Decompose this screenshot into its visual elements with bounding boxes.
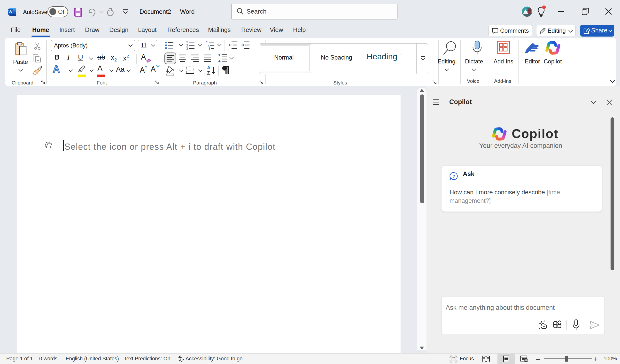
svg-text:Z: Z xyxy=(207,70,210,76)
svg-text:A: A xyxy=(207,65,210,70)
svg-text:W: W xyxy=(8,10,13,14)
svg-text:?: ? xyxy=(452,174,455,179)
svg-text:i: i xyxy=(209,47,210,50)
svg-text:3: 3 xyxy=(186,47,188,50)
